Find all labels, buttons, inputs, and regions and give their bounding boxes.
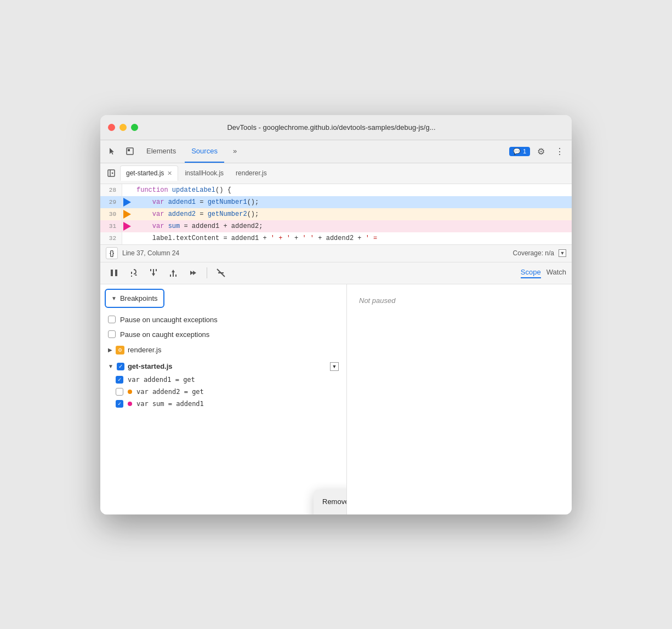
scope-panel: Not paused [347, 284, 572, 514]
tab-elements[interactable]: Elements [140, 140, 183, 163]
settings-button[interactable]: ⚙ [533, 144, 549, 159]
pause-button[interactable] [106, 265, 122, 281]
devtools-window: DevTools - googlechrome.github.io/devtoo… [100, 115, 572, 514]
svg-rect-6 [115, 270, 117, 276]
file-group-renderer: ▶ ⚙ renderer.js [100, 342, 346, 358]
renderer-group-header[interactable]: ▶ ⚙ renderer.js [100, 343, 346, 357]
close-tab-button[interactable]: ✕ [167, 170, 172, 177]
svg-marker-11 [152, 273, 155, 276]
breakpoints-section-header[interactable]: ▼ Breakpoints [105, 289, 164, 308]
file-group-get-started: ▼ ✓ get-started.js ▼ ✓ var addend1 = get… [100, 358, 346, 411]
status-right: Coverage: n/a ▼ [513, 249, 566, 257]
svg-marker-19 [193, 271, 196, 275]
pause-uncaught-option[interactable]: Pause on uncaught exceptions [100, 312, 346, 327]
ctx-disable-all-in-file[interactable]: Disable all breakpoints in file [314, 510, 347, 514]
file-tab-get-started[interactable]: get-started.js ✕ [120, 165, 178, 181]
bp-addend1-checkbox[interactable]: ✓ [116, 376, 123, 384]
code-line-32: 32 label.textContent = addend1 + ' + ' +… [100, 232, 572, 244]
coverage-dropdown[interactable]: ▼ [559, 249, 566, 257]
file-tabs-bar: get-started.js ✕ installHook.js renderer… [100, 163, 572, 184]
context-menu: Remove all breakpoints in file Disable a… [314, 490, 347, 514]
notification-badge[interactable]: 💬 1 [509, 147, 530, 156]
sources-panel: get-started.js ✕ installHook.js renderer… [100, 163, 572, 514]
pause-uncaught-checkbox[interactable] [108, 316, 116, 323]
orange-indicator [128, 390, 132, 394]
expand-triangle: ▼ [111, 295, 117, 301]
code-line-28: 28 function updateLabel() { [100, 184, 572, 196]
deactivate-breakpoints-button[interactable] [213, 265, 229, 281]
ctx-remove-all-in-file[interactable]: Remove all breakpoints in file [314, 493, 347, 510]
watch-tab[interactable]: Watch [546, 268, 566, 278]
step-into-button[interactable] [145, 265, 162, 281]
step-out-button[interactable] [165, 265, 181, 281]
step-button[interactable] [185, 265, 201, 281]
bp-item-sum[interactable]: ✓ var sum = addend1 [100, 398, 346, 410]
get-started-group-header[interactable]: ▼ ✓ get-started.js ▼ [100, 359, 346, 374]
window-title: DevTools - googlechrome.github.io/devtoo… [100, 123, 564, 131]
pause-caught-option[interactable]: Pause on caught exceptions [100, 327, 346, 342]
toolbar-separator [207, 267, 207, 278]
titlebar: DevTools - googlechrome.github.io/devtoo… [100, 115, 572, 140]
step-over-button[interactable] [126, 265, 142, 281]
get-started-checkbox[interactable]: ✓ [117, 363, 124, 370]
not-paused-message: Not paused [352, 290, 566, 311]
svg-marker-4 [112, 172, 113, 174]
breakpoints-label: Breakpoints [120, 294, 158, 302]
breakpoints-panel: ▼ Breakpoints Pause on uncaught exceptio… [100, 284, 347, 514]
renderer-file-icon: ⚙ [116, 346, 124, 354]
coverage-status: Coverage: n/a [513, 249, 554, 257]
status-left: {} Line 37, Column 24 [106, 247, 179, 259]
code-line-31: 31 var sum = addend1 + addend2; [100, 220, 572, 232]
more-options-button[interactable]: ⋮ [552, 144, 567, 159]
tab-more[interactable]: » [226, 140, 243, 163]
code-editor: 28 function updateLabel() { 29 var adden… [100, 184, 572, 245]
devtools-tab-bar: Elements Sources » 💬 1 ⚙ ⋮ [100, 140, 572, 163]
bp-addend2-checkbox[interactable] [116, 388, 123, 396]
pause-caught-checkbox[interactable] [108, 330, 116, 338]
code-line-30: 30 var addend2 = getNumber2(); [100, 208, 572, 220]
bp-item-addend1[interactable]: ✓ var addend1 = get [100, 374, 346, 386]
svg-rect-1 [128, 149, 130, 151]
devtools-right-controls: 💬 1 ⚙ ⋮ [509, 144, 567, 159]
bp-item-addend2[interactable]: var addend2 = get [100, 386, 346, 398]
toggle-panel-button[interactable] [104, 165, 119, 181]
pink-indicator [128, 402, 132, 406]
format-button[interactable]: {} [106, 247, 118, 259]
scope-watch-tabs: Scope Watch [521, 268, 566, 278]
debugger-toolbar: Scope Watch [100, 262, 572, 284]
svg-rect-5 [111, 270, 113, 276]
bottom-panel: ▼ Breakpoints Pause on uncaught exceptio… [100, 284, 572, 514]
svg-rect-2 [108, 170, 115, 176]
scope-tab[interactable]: Scope [521, 268, 541, 278]
file-tab-renderer[interactable]: renderer.js [230, 165, 272, 181]
svg-marker-15 [172, 270, 175, 272]
group-more-btn[interactable]: ▼ [330, 362, 339, 371]
inspect-button[interactable] [122, 144, 138, 159]
svg-marker-7 [135, 274, 137, 276]
tab-sources[interactable]: Sources [185, 140, 224, 163]
file-tab-installhook[interactable]: installHook.js [179, 165, 229, 181]
bp-sum-checkbox[interactable]: ✓ [116, 400, 123, 408]
cursor-tool-button[interactable] [105, 144, 120, 159]
code-line-29: 29 var addend1 = getNumber1(); [100, 196, 572, 208]
cursor-position: Line 37, Column 24 [122, 249, 179, 257]
status-bar: {} Line 37, Column 24 Coverage: n/a ▼ [100, 245, 572, 262]
